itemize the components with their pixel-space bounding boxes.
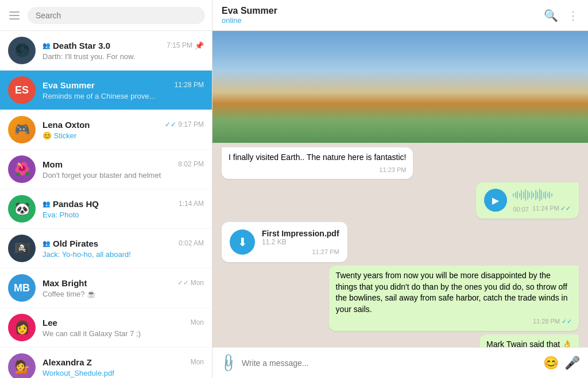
read-checkmark-lena: ✓✓: [165, 120, 176, 128]
chat-background-image: [212, 31, 588, 143]
play-button[interactable]: ▶: [484, 189, 507, 212]
menu-icon[interactable]: [7, 9, 22, 22]
avatar-max: MB: [8, 274, 36, 302]
chat-preview-eva: Reminds me of a Chinese prove...: [42, 92, 169, 100]
more-icon[interactable]: ⋮: [567, 9, 579, 22]
chat-item-alexandra[interactable]: 💁 Alexandra Z Mon Workout_Shedule.pdf: [0, 348, 212, 378]
chat-preview-pandas: Eva: Photo: [42, 211, 169, 219]
voice-waveform-area: 00:07 11:24 PM ✓✓: [513, 188, 571, 213]
chat-info-lena: Lena Oxton ✓✓ 9:17 PM 😊 Sticker: [42, 120, 204, 140]
chat-name-pandas: 👥 Pandas HQ: [42, 199, 99, 209]
messages-area: I finally visited Earth.. The nature her…: [212, 31, 588, 347]
chat-preview-lena: 😊 Sticker: [42, 131, 169, 140]
chat-name-death-star: 👥 Death Star 3.0: [42, 41, 110, 50]
group-icon: 👥: [42, 42, 51, 49]
message-text: Twenty years from now you will be more d…: [336, 271, 568, 314]
chat-item-mom[interactable]: 🌺 Mom 8:02 PM Don't forget your blaster …: [0, 150, 212, 189]
bubble-right-twain: Mark Twain said that 👌 11:28 PM ✓✓: [479, 334, 579, 347]
chat-info-pirates: 👥 Old Pirates 0:02 AM Jack: Yo-ho-ho, al…: [42, 239, 204, 259]
chat-item-lee[interactable]: 👩 Lee Mon We can call it Galaxy Star 7 ;…: [0, 308, 212, 348]
read-check-msg5: ✓✓: [562, 317, 572, 326]
message-voice: ▶: [222, 182, 579, 219]
attach-icon[interactable]: 📎: [218, 352, 239, 373]
avatar-death-star: 🌑: [8, 37, 36, 64]
message-long-text: Twenty years from now you will be more d…: [222, 266, 579, 331]
file-bubble: ⬇ First Impression.pdf 11.2 KB 11:27 PM: [222, 222, 347, 262]
chat-info-pandas: 👥 Pandas HQ 1:14 AM Eva: Photo: [42, 199, 204, 219]
chat-header-info: Eva Summer online: [222, 6, 537, 25]
voice-bubble: ▶: [476, 182, 579, 219]
chat-name-max: Max Bright: [42, 278, 87, 288]
chat-time: 7:15 PM: [167, 41, 192, 49]
chat-time-max: Mon: [191, 279, 204, 287]
group-icon-pandas: 👥: [42, 200, 51, 208]
message-file: ⬇ First Impression.pdf 11.2 KB 11:27 PM: [222, 222, 579, 262]
avatar-alexandra: 💁: [8, 353, 36, 378]
chat-header-name: Eva Summer: [222, 6, 537, 16]
file-download-button[interactable]: ⬇: [230, 229, 255, 255]
chat-header: Eva Summer online 🔍 ⋮: [212, 0, 588, 31]
avatar-lena: 🎮: [8, 116, 36, 143]
search-icon[interactable]: 🔍: [544, 9, 558, 22]
avatar-lee: 👩: [8, 314, 36, 341]
chat-list: 🌑 👥 Death Star 3.0 7:15 PM 📌 Darth: I'll…: [0, 31, 212, 378]
chat-preview-pirates: Jack: Yo-ho-ho, all aboard!: [42, 250, 169, 259]
chat-time-lena: 9:17 PM: [178, 120, 204, 128]
chat-time-pandas: 1:14 AM: [179, 200, 204, 208]
chat-info-max: Max Bright ✓✓ Mon Coffee time? ☕: [42, 278, 204, 298]
chat-header-status: online: [222, 16, 537, 25]
chat-name-eva-summer: Eva Summer: [42, 80, 95, 90]
sidebar-header: [0, 0, 212, 31]
chat-name-alexandra: Alexandra Z: [42, 357, 92, 367]
messages-container: I finally visited Earth.. The nature her…: [212, 143, 588, 347]
read-checkmark-max: ✓✓: [177, 279, 189, 287]
input-area: 📎 😊 🎤: [212, 347, 588, 378]
chat-preview-mom: Don't forget your blaster and helmet: [42, 171, 169, 180]
chat-preview-alexandra: Workout_Shedule.pdf: [42, 369, 169, 377]
chat-preview: Darth: I'll trust you. For now.: [42, 52, 169, 61]
chat-item-old-pirates[interactable]: 🏴‍☠️ 👥 Old Pirates 0:02 AM Jack: Yo-ho-h…: [0, 229, 212, 268]
chat-item-max-bright[interactable]: MB Max Bright ✓✓ Mon Coffee time? ☕: [0, 268, 212, 308]
chat-info-death-star: 👥 Death Star 3.0 7:15 PM 📌 Darth: I'll t…: [42, 41, 204, 61]
file-time: 11:27 PM: [312, 248, 339, 255]
chat-time-pirates: 0:02 AM: [179, 239, 204, 247]
chat-name-lena: Lena Oxton: [42, 120, 90, 130]
chat-item-death-star[interactable]: 🌑 👥 Death Star 3.0 7:15 PM 📌 Darth: I'll…: [0, 31, 212, 71]
mic-icon[interactable]: 🎤: [564, 356, 580, 371]
sidebar: 🌑 👥 Death Star 3.0 7:15 PM 📌 Darth: I'll…: [0, 0, 212, 378]
message-mark-twain: Mark Twain said that 👌 11:28 PM ✓✓: [222, 334, 579, 347]
chat-preview-max: Coffee time? ☕: [42, 290, 169, 298]
avatar-pirates: 🏴‍☠️: [8, 235, 36, 262]
read-check-voice: ✓✓: [560, 205, 571, 212]
bubble-right-long: Twenty years from now you will be more d…: [329, 266, 579, 331]
file-name: First Impression.pdf: [262, 229, 339, 238]
chat-area: Eva Summer online 🔍 ⋮ I finally visited …: [212, 0, 588, 378]
chat-item-lena-oxton[interactable]: 🎮 Lena Oxton ✓✓ 9:17 PM 😊 Sticker: [0, 110, 212, 150]
group-icon-pirates: 👥: [42, 240, 51, 247]
file-info: First Impression.pdf 11.2 KB 11:27 PM: [262, 229, 339, 255]
chat-item-eva-summer[interactable]: ES Eva Summer 11:28 PM Reminds me of a C…: [0, 71, 212, 110]
voice-waveform: [513, 188, 571, 202]
header-actions: 🔍 ⋮: [544, 9, 579, 22]
chat-time-lee: Mon: [191, 318, 204, 326]
avatar-mom: 🌺: [8, 155, 36, 183]
chat-item-pandas[interactable]: 🐼 👥 Pandas HQ 1:14 AM Eva: Photo: [0, 189, 212, 229]
chat-info-mom: Mom 8:02 PM Don't forget your blaster an…: [42, 159, 204, 180]
emoji-icon[interactable]: 😊: [543, 356, 559, 371]
chat-preview-lee: We can call it Galaxy Star 7 ;): [42, 329, 169, 338]
message-input[interactable]: [242, 358, 537, 368]
chat-name-pirates: 👥 Old Pirates: [42, 239, 98, 248]
chat-info-alexandra: Alexandra Z Mon Workout_Shedule.pdf: [42, 357, 204, 377]
voice-duration: 00:07: [513, 206, 529, 213]
message-text: Mark Twain said that 👌: [486, 340, 572, 347]
bubble-left-1: I finally visited Earth.. The nature her…: [222, 147, 413, 179]
message-1: I finally visited Earth.. The nature her…: [222, 147, 579, 179]
chat-info-lee: Lee Mon We can call it Galaxy Star 7 ;): [42, 318, 204, 338]
chat-info-eva-summer: Eva Summer 11:28 PM Reminds me of a Chin…: [42, 80, 204, 100]
avatar-pandas: 🐼: [8, 195, 36, 223]
chat-name-lee: Lee: [42, 318, 57, 328]
chat-time-alexandra: Mon: [191, 358, 204, 366]
pin-icon: 📌: [195, 41, 204, 50]
chat-time-eva: 11:28 PM: [175, 81, 204, 89]
search-input[interactable]: [28, 7, 205, 24]
